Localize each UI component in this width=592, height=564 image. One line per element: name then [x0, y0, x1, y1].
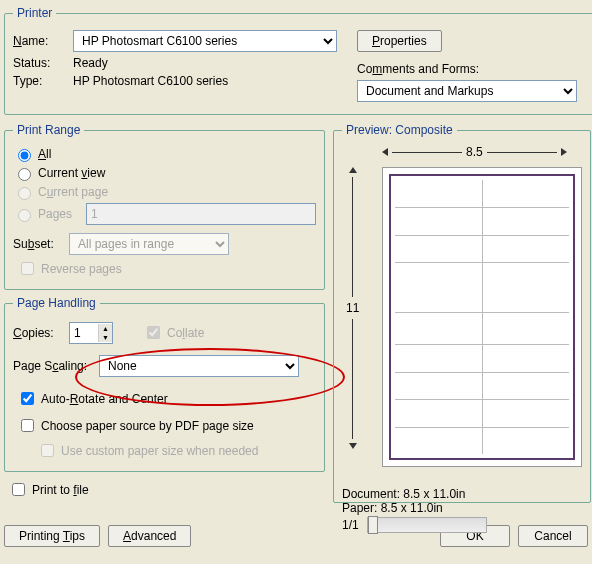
- reverse-check: [21, 262, 34, 275]
- preview-thumbnail: [382, 167, 582, 467]
- width-value: 8.5: [466, 145, 483, 159]
- spinner-down-icon[interactable]: ▼: [98, 333, 112, 342]
- comments-select[interactable]: Document and Markups: [357, 80, 577, 102]
- choose-paper-check[interactable]: [21, 419, 34, 432]
- type-value: HP Photosmart C6100 series: [73, 74, 228, 88]
- collate-check: [147, 326, 160, 339]
- radio-all[interactable]: [18, 149, 31, 162]
- page-handling-legend: Page Handling: [13, 296, 100, 310]
- properties-button[interactable]: Properties: [357, 30, 442, 52]
- current-view-label: Current view: [38, 166, 105, 180]
- comments-label: Comments and Forms:: [357, 62, 479, 76]
- current-page-label: Current page: [38, 185, 108, 199]
- subset-select: All pages in range: [69, 233, 229, 255]
- preview-legend: Preview: Composite: [342, 123, 457, 137]
- height-indicator: 11: [346, 167, 359, 463]
- auto-rotate-check[interactable]: [21, 392, 34, 405]
- scaling-label: Page Scaling:: [13, 359, 99, 373]
- print-range-group: Print Range All Current view Current pag…: [4, 123, 325, 290]
- print-to-file-label: Print to file: [32, 483, 89, 497]
- paper-dims: Paper: 8.5 x 11.0in: [342, 501, 582, 515]
- subset-label: Subset:: [13, 237, 69, 251]
- pages-label: Pages: [38, 207, 82, 221]
- collate-label: Collate: [167, 326, 204, 340]
- pages-input: [86, 203, 316, 225]
- copies-input[interactable]: [70, 324, 98, 342]
- status-label: Status:: [13, 56, 73, 70]
- advanced-button[interactable]: Advanced: [108, 525, 191, 547]
- copies-spinner[interactable]: ▲▼: [69, 322, 113, 344]
- spinner-up-icon[interactable]: ▲: [98, 324, 112, 333]
- status-value: Ready: [73, 56, 108, 70]
- copies-label: Copies:: [13, 326, 69, 340]
- type-label: Type:: [13, 74, 73, 88]
- radio-pages: [18, 209, 31, 222]
- page-slider[interactable]: [367, 517, 487, 533]
- reverse-label: Reverse pages: [41, 262, 122, 276]
- auto-rotate-label: Auto-Rotate and Center: [41, 392, 168, 406]
- name-label: Name:: [13, 34, 73, 48]
- page-handling-group: Page Handling Copies: ▲▼ Collate Page Sc…: [4, 296, 325, 472]
- printing-tips-button[interactable]: Printing Tips: [4, 525, 100, 547]
- choose-paper-label: Choose paper source by PDF page size: [41, 419, 254, 433]
- radio-current-page: [18, 187, 31, 200]
- custom-paper-label: Use custom paper size when needed: [61, 444, 258, 458]
- printer-group: Printer Name: HP Photosmart C6100 series…: [4, 6, 592, 115]
- page-scaling-select[interactable]: None: [99, 355, 299, 377]
- custom-paper-check: [41, 444, 54, 457]
- radio-current-view[interactable]: [18, 168, 31, 181]
- document-dims: Document: 8.5 x 11.0in: [342, 487, 582, 501]
- width-indicator: 8.5: [382, 145, 572, 159]
- printer-legend: Printer: [13, 6, 56, 20]
- page-counter: 1/1: [342, 518, 359, 532]
- document-thumbnail-icon: [395, 180, 569, 454]
- print-to-file-check[interactable]: [12, 483, 25, 496]
- height-value: 11: [346, 301, 359, 315]
- preview-group: Preview: Composite 8.5 11: [333, 123, 591, 503]
- all-label: All: [38, 147, 51, 161]
- printer-name-select[interactable]: HP Photosmart C6100 series: [73, 30, 337, 52]
- print-range-legend: Print Range: [13, 123, 84, 137]
